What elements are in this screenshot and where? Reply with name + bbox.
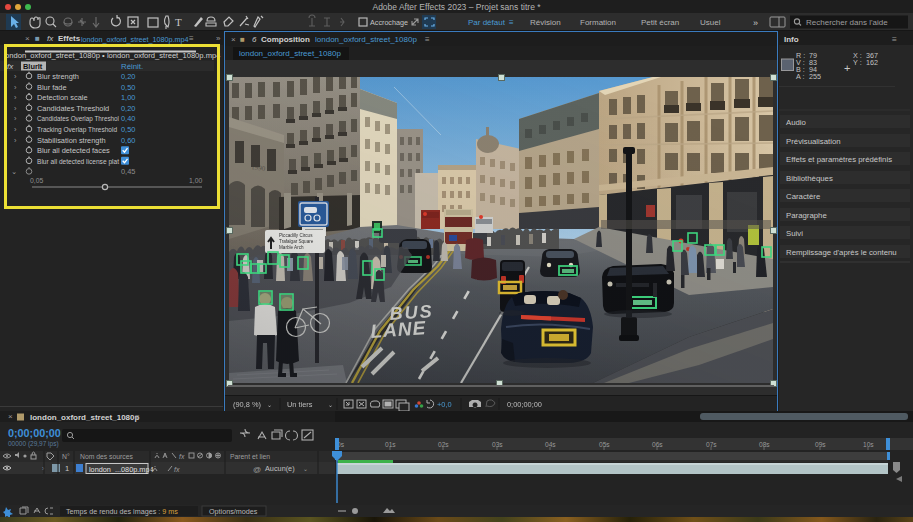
svg-text:+0,0: +0,0 <box>437 400 452 409</box>
svg-text:04s: 04s <box>545 441 556 448</box>
svg-text:08s: 08s <box>759 441 770 448</box>
svg-text:Aucun(e): Aucun(e) <box>265 464 295 473</box>
svg-text:london_oxford_street_1080p: london_oxford_street_1080p <box>30 413 139 422</box>
svg-text:09s: 09s <box>815 441 826 448</box>
svg-text:Caractère: Caractère <box>786 192 820 201</box>
svg-text:×: × <box>8 412 13 421</box>
svg-text:fx: fx <box>174 466 180 473</box>
svg-text:Un tiers: Un tiers <box>287 400 313 409</box>
svg-text:Usuel: Usuel <box>700 18 721 27</box>
svg-text:02s: 02s <box>438 441 449 448</box>
svg-text:Temps de rendu des images : 9: Temps de rendu des images : 9 ms <box>66 507 178 516</box>
svg-text:Prévisualisation: Prévisualisation <box>786 137 841 146</box>
svg-text:162: 162 <box>866 58 878 67</box>
svg-text:0;00;00;00: 0;00;00;00 <box>8 427 61 439</box>
svg-text:1: 1 <box>65 464 69 473</box>
svg-text:03s: 03s <box>492 441 503 448</box>
svg-text:@: @ <box>253 465 261 474</box>
svg-text:Y :: Y : <box>853 58 862 67</box>
svg-text:N°: N° <box>62 453 70 460</box>
svg-text:≡: ≡ <box>892 34 897 44</box>
svg-text:Audio: Audio <box>786 118 807 127</box>
svg-text:Révision: Révision <box>530 18 561 27</box>
svg-text:05s: 05s <box>599 441 610 448</box>
svg-text:(90,8 %): (90,8 %) <box>233 400 261 409</box>
svg-text:Info: Info <box>784 35 799 44</box>
svg-text:Nom des sources: Nom des sources <box>80 453 133 460</box>
svg-text:Remplissage d'après le contenu: Remplissage d'après le contenu <box>786 248 897 257</box>
svg-text:⌄: ⌄ <box>328 402 333 408</box>
svg-text:Bibliothèques: Bibliothèques <box>786 174 833 183</box>
svg-text:01s: 01s <box>385 441 396 448</box>
svg-text:Par défaut: Par défaut <box>468 18 506 27</box>
svg-text:+: + <box>844 62 850 74</box>
svg-text:»: » <box>753 18 758 28</box>
svg-text:00000 (29,97 ips): 00000 (29,97 ips) <box>8 440 59 448</box>
svg-text:fx: fx <box>179 453 185 460</box>
svg-text:Parent et lien: Parent et lien <box>230 453 270 460</box>
svg-text:london_...080p.mp4: london_...080p.mp4 <box>89 465 154 474</box>
svg-text:Formation: Formation <box>580 18 616 27</box>
svg-text:Paragraphe: Paragraphe <box>786 211 827 220</box>
svg-text:Petit écran: Petit écran <box>641 18 679 27</box>
svg-text:Suivi: Suivi <box>786 229 803 238</box>
svg-text:Effets et paramètres prédéfini: Effets et paramètres prédéfinis <box>786 155 892 164</box>
svg-text:⌄: ⌄ <box>267 402 272 408</box>
svg-text:Options/modes: Options/modes <box>209 507 258 516</box>
svg-text:T: T <box>175 16 182 28</box>
svg-text:Rechercher dans l'aide: Rechercher dans l'aide <box>806 18 888 27</box>
svg-text:≡: ≡ <box>135 413 140 422</box>
svg-text:⌄: ⌄ <box>303 466 308 472</box>
svg-text:10s: 10s <box>863 441 874 448</box>
svg-text:≡: ≡ <box>509 18 514 27</box>
svg-text:07s: 07s <box>706 441 717 448</box>
svg-text:0;00;00;00: 0;00;00;00 <box>507 400 542 409</box>
svg-text:Accrochage: Accrochage <box>370 18 408 27</box>
svg-text:06s: 06s <box>652 441 663 448</box>
svg-text:A :: A : <box>796 72 804 81</box>
svg-text:255: 255 <box>809 72 821 81</box>
